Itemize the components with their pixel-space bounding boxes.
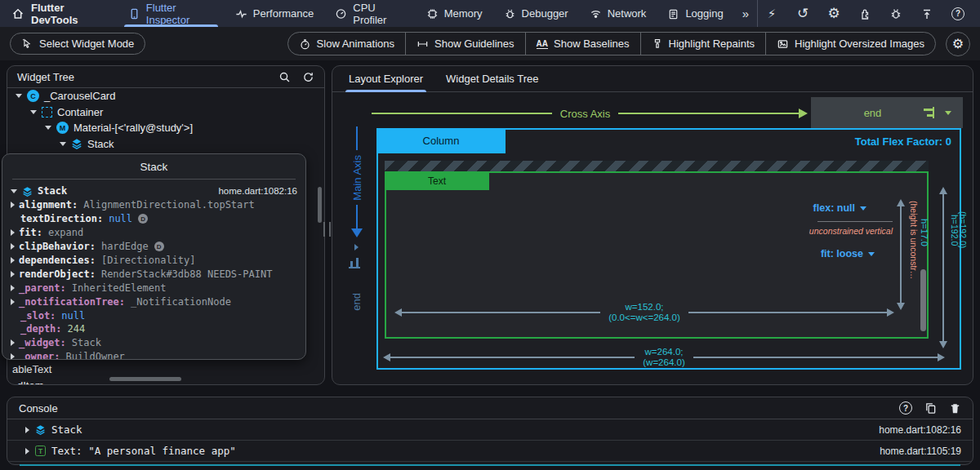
expander-icon[interactable] <box>11 243 15 250</box>
cross-axis-alignment-dropdown[interactable]: end <box>811 97 963 128</box>
search-icon[interactable] <box>278 71 291 83</box>
child-width-arrow: w=152.0; (0.0<=w<=264.0) <box>394 302 894 323</box>
tab-cpu-profiler[interactable]: CPU Profiler <box>324 0 415 27</box>
main-axis-alignment-value[interactable]: end <box>350 293 363 311</box>
tab-logging[interactable]: Logging <box>657 0 733 27</box>
settings-gear-icon[interactable]: ⚙ <box>820 0 848 27</box>
tab-debugger[interactable]: Debugger <box>493 0 579 27</box>
expander-icon[interactable] <box>11 257 15 264</box>
select-widget-mode-button[interactable]: Select Widget Mode <box>10 33 145 55</box>
toggle-highlight-oversized-images[interactable]: Highlight Oversized Images <box>765 33 935 55</box>
child-width-label: w=152.0; (0.0<=w<=264.0) <box>608 302 680 323</box>
property-row[interactable]: textDirection:nullD <box>2 212 305 226</box>
popup-node-row[interactable]: Stack home.dart:1082:16 <box>2 184 305 198</box>
flex-value: flex: null <box>813 202 855 214</box>
tree-horizontal-scrollbar[interactable] <box>109 377 181 381</box>
expander-icon[interactable] <box>11 229 15 236</box>
export-upload-icon[interactable] <box>913 0 941 27</box>
hot-restart-history-icon[interactable]: ↺ <box>789 0 817 27</box>
expander-icon[interactable] <box>11 353 15 360</box>
tab-layout-explorer[interactable]: Layout Explorer <box>337 66 434 92</box>
tab-overflow-chevrons[interactable]: » <box>734 0 757 27</box>
cross-axis-label: Cross Axis <box>560 108 610 120</box>
expander-icon[interactable] <box>25 448 29 454</box>
expander-icon[interactable] <box>30 110 37 114</box>
report-bug-icon[interactable] <box>882 0 910 27</box>
expander-icon[interactable] <box>11 299 15 305</box>
app-header: Flutter DevTools Flutter Inspector Perfo… <box>0 0 980 27</box>
copy-icon[interactable] <box>924 402 937 415</box>
property-row[interactable]: dependencies:[Directionality] <box>2 254 305 268</box>
toggle-slow-animations[interactable]: Slow Animations <box>288 33 405 55</box>
tree-item-clipped[interactable]: ableText <box>12 363 51 375</box>
expander-icon[interactable] <box>11 271 15 277</box>
container-widget-icon <box>42 107 52 118</box>
chevron-down-icon <box>945 111 951 115</box>
property-row[interactable]: _slot:null <box>2 308 305 322</box>
height-constraint-note: (height is unconstr… <box>909 201 919 307</box>
property-row[interactable]: alignment:AlignmentDirectional.topStart <box>2 198 305 212</box>
tree-item-clipped[interactable]: dItem <box>17 379 44 385</box>
expander-icon[interactable] <box>16 94 22 98</box>
expander-icon[interactable] <box>45 126 51 130</box>
tab-flutter-inspector[interactable]: Flutter Inspector <box>118 0 225 27</box>
expander-icon[interactable] <box>25 427 29 433</box>
extensions-puzzle-icon[interactable] <box>851 0 879 27</box>
tab-performance[interactable]: Performance <box>225 0 324 27</box>
constraint-note: unconstrained vertical <box>809 226 893 236</box>
expander-icon[interactable] <box>11 285 15 291</box>
stack-layers-icon <box>71 138 82 149</box>
fit-dropdown[interactable]: fit: loose <box>821 248 875 259</box>
tree-item-carouselcard[interactable]: C _CarouselCard <box>7 88 324 104</box>
expander-icon[interactable] <box>11 189 17 193</box>
flex-dropdown[interactable]: flex: null <box>813 202 866 214</box>
tree-item-material[interactable]: M Material-[<'rally@study'>] <box>7 120 324 136</box>
source-location[interactable]: home.dart:1082:16 <box>879 424 961 436</box>
cross-axis-arrow: Cross Axis <box>372 107 808 120</box>
explorer-tabs: Layout Explorer Widget Details Tree <box>332 66 973 92</box>
property-row[interactable]: renderObject:RenderStack#3db88 NEEDS-PAI… <box>2 267 305 281</box>
text-child-visualization[interactable]: Text flex: null unconstrained vertical f… <box>385 171 929 339</box>
hot-reload-bolt-icon[interactable]: ⚡ <box>758 0 786 27</box>
property-row[interactable]: _notificationTree:_NotificationNode <box>2 295 305 308</box>
inner-scrollbar[interactable] <box>920 269 926 331</box>
tab-memory[interactable]: Memory <box>416 0 493 27</box>
property-row[interactable]: _parent:InheritedElement <box>2 281 305 295</box>
console-row-text[interactable]: T Text: "A personal finance app" home.da… <box>7 441 973 462</box>
toggle-show-baselines[interactable]: AA Show Baselines <box>525 33 640 55</box>
expander-icon[interactable] <box>60 142 66 146</box>
expander-icon[interactable] <box>11 202 15 208</box>
expander-icon[interactable] <box>11 339 15 346</box>
inspector-settings-button[interactable]: ⚙ <box>946 32 970 56</box>
column-flex-visualization[interactable]: Column Total Flex Factor: 0 Text flex: n… <box>376 128 961 370</box>
property-row[interactable]: fit:expand <box>2 226 305 240</box>
tree-vertical-scrollbar[interactable] <box>318 187 322 223</box>
tree-item-label: Stack <box>87 138 114 150</box>
panel-resize-handle[interactable] <box>323 222 331 237</box>
home-icon[interactable] <box>11 7 24 20</box>
align-end-icon[interactable] <box>349 257 360 268</box>
tree-item-container[interactable]: Container <box>7 104 324 121</box>
help-icon[interactable]: ? <box>944 0 972 27</box>
toggle-highlight-repaints[interactable]: Highlight Repaints <box>640 33 766 55</box>
column-widget-tab[interactable]: Column <box>376 128 506 153</box>
source-location[interactable]: home.dart:1082:16 <box>218 186 297 196</box>
toggle-show-guidelines[interactable]: Show Guidelines <box>405 33 525 55</box>
tab-network[interactable]: Network <box>579 0 657 27</box>
text-widget-tab[interactable]: Text <box>385 171 489 190</box>
property-row[interactable]: clipBehavior:hardEdgeD <box>2 240 305 254</box>
source-location[interactable]: home.dart:1105:19 <box>880 446 961 457</box>
trash-icon[interactable] <box>949 402 961 415</box>
property-row[interactable]: _widget:Stack <box>2 336 305 350</box>
refresh-icon[interactable] <box>302 71 314 83</box>
tab-widget-details-tree[interactable]: Widget Details Tree <box>434 66 550 92</box>
tree-item-stack[interactable]: Stack <box>7 136 324 153</box>
console-row-stack[interactable]: Stack home.dart:1082:16 <box>7 419 973 441</box>
toggle-label: Show Guidelines <box>434 38 514 50</box>
property-row[interactable]: _owner:BuildOwner <box>2 350 305 360</box>
chevron-icon[interactable] <box>354 244 359 251</box>
property-row[interactable]: _depth:244 <box>2 322 305 336</box>
help-icon[interactable]: ? <box>899 401 912 415</box>
layout-explorer-panel: Layout Explorer Widget Details Tree Cros… <box>332 65 973 385</box>
popup-divider <box>12 179 296 180</box>
